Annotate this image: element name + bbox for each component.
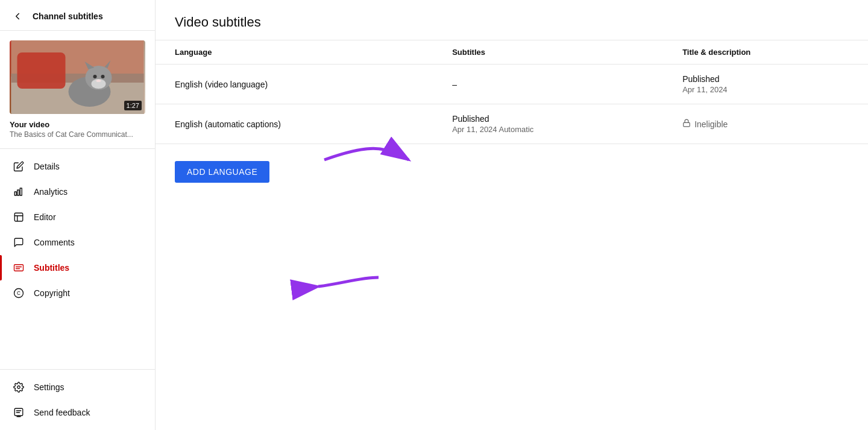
subtitles-cell-1: – [433, 65, 663, 104]
nav-section: Details Analytics Editor [0, 149, 155, 369]
sidebar-item-analytics-label: Analytics [34, 187, 68, 197]
analytics-icon [12, 185, 25, 198]
svg-rect-15 [14, 213, 23, 221]
subtitles-status-2: Published [452, 114, 644, 124]
table-row: English (video language) – Published Apr… [156, 65, 868, 104]
sidebar-item-editor-label: Editor [34, 212, 56, 222]
language-cell-1: English (video language) [156, 65, 433, 104]
video-duration: 1:27 [124, 101, 142, 110]
video-thumbnail: 1:27 [10, 40, 145, 114]
svg-rect-12 [14, 192, 16, 195]
sidebar-item-subtitles-label: Subtitles [34, 263, 69, 273]
subtitles-table: Language Subtitles Title & description E… [156, 40, 868, 144]
svg-rect-18 [14, 265, 24, 271]
ineligible-text: Ineligible [694, 119, 728, 129]
col-header-subtitles: Subtitles [433, 40, 663, 65]
sidebar-item-settings[interactable]: Settings [0, 375, 155, 400]
title-desc-cell-1: Published Apr 11, 2024 [663, 65, 868, 104]
published-status-1: Published [682, 74, 849, 84]
sidebar-item-send-feedback[interactable]: Send feedback [0, 400, 155, 425]
table-header-row: Language Subtitles Title & description [156, 40, 868, 65]
col-header-language: Language [156, 40, 433, 65]
sidebar-item-send-feedback-label: Send feedback [34, 408, 90, 417]
editor-icon [12, 210, 25, 224]
published-date-1: Apr 11, 2024 [682, 85, 849, 94]
ineligible-cell: Ineligible [682, 119, 849, 129]
sidebar-item-comments[interactable]: Comments [0, 230, 155, 255]
sidebar-item-copyright[interactable]: C Copyright [0, 280, 155, 306]
sidebar-header: Channel subtitles [0, 0, 155, 31]
table-body: English (video language) – Published Apr… [156, 65, 868, 144]
sidebar: Channel subtitles [0, 0, 156, 430]
page-header: Video subtitles [156, 0, 868, 40]
video-thumbnail-section: 1:27 Your video The Basics of Cat Care C… [0, 31, 155, 149]
video-subtitle-description: The Basics of Cat Care Communicat... [10, 130, 145, 139]
sidebar-item-details[interactable]: Details [0, 154, 155, 179]
lock-icon [682, 119, 691, 129]
svg-point-23 [17, 386, 20, 389]
svg-rect-24 [14, 408, 23, 416]
subtitles-cell-2: Published Apr 11, 2024 Automatic [433, 104, 663, 144]
feedback-icon [12, 406, 25, 419]
sidebar-item-subtitles[interactable]: Subtitles [0, 255, 155, 280]
page-wrapper: Video subtitles Language Subtitles Title… [156, 0, 868, 430]
svg-rect-14 [20, 188, 22, 195]
subtitles-icon [12, 261, 25, 274]
sidebar-item-settings-label: Settings [34, 382, 64, 392]
pencil-icon [12, 160, 25, 173]
video-info: Your video The Basics of Cat Care Commun… [10, 120, 145, 139]
copyright-icon: C [12, 286, 25, 300]
settings-icon [12, 381, 25, 394]
back-button[interactable] [10, 8, 25, 24]
subtitles-date-2: Apr 11, 2024 Automatic [452, 125, 644, 134]
col-header-title-desc: Title & description [663, 40, 868, 65]
svg-point-11 [92, 79, 106, 89]
svg-text:C: C [17, 291, 20, 296]
video-label: Your video [10, 120, 145, 129]
svg-point-8 [93, 75, 97, 78]
sidebar-bottom: Settings Send feedback [0, 369, 155, 430]
title-desc-cell-2: Ineligible [663, 104, 868, 144]
svg-rect-29 [684, 122, 690, 126]
sidebar-item-analytics[interactable]: Analytics [0, 179, 155, 204]
language-cell-2: English (automatic captions) [156, 104, 433, 144]
sidebar-title: Channel subtitles [33, 11, 103, 21]
page-title: Video subtitles [175, 14, 849, 30]
svg-point-9 [101, 75, 105, 78]
svg-rect-13 [17, 190, 19, 195]
add-language-section: ADD LANGUAGE [156, 144, 868, 200]
sidebar-item-copyright-label: Copyright [34, 288, 70, 298]
comments-icon [12, 236, 25, 249]
main-content: Video subtitles Language Subtitles Title… [156, 0, 868, 430]
add-language-button[interactable]: ADD LANGUAGE [175, 161, 269, 183]
table-row: English (automatic captions) Published A… [156, 104, 868, 144]
sidebar-item-comments-label: Comments [34, 238, 75, 247]
sidebar-item-details-label: Details [34, 162, 60, 171]
sidebar-item-editor[interactable]: Editor [0, 204, 155, 230]
svg-rect-3 [17, 52, 66, 89]
